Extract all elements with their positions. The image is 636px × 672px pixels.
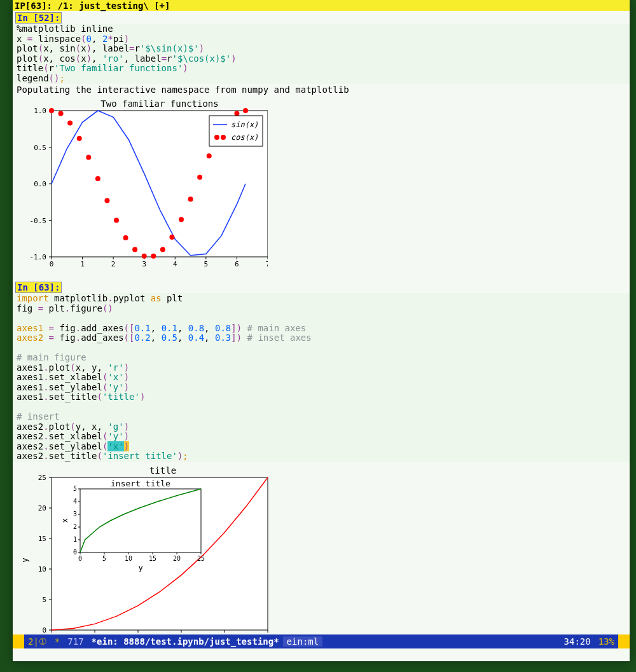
- svg-text:10: 10: [125, 555, 132, 562]
- cell-1: In [52]: %matplotlib inline x = linspace…: [13, 12, 630, 278]
- svg-text:25: 25: [197, 555, 205, 562]
- svg-text:4: 4: [73, 498, 77, 505]
- svg-text:0.0: 0.0: [34, 180, 46, 188]
- svg-text:5: 5: [73, 485, 77, 492]
- statusbar: 2|① * 717 *ein: 8888/test.ipynb/just_tes…: [13, 634, 630, 648]
- statusbar-position: 34:20: [560, 636, 595, 647]
- chart-1: Two familiar functions -1.0-0.50.00.51.0…: [13, 95, 630, 278]
- cell-1-prompt: In [52]:: [15, 12, 62, 24]
- svg-text:20: 20: [38, 504, 46, 512]
- svg-point-38: [142, 254, 147, 259]
- svg-text:-1.0: -1.0: [30, 253, 47, 261]
- svg-text:y: y: [138, 563, 142, 572]
- statusbar-number: 717: [64, 636, 87, 647]
- svg-point-53: [214, 135, 219, 140]
- statusbar-buffer[interactable]: *ein: 8888/test.ipynb/just_testing*: [88, 636, 283, 647]
- svg-point-28: [49, 108, 54, 113]
- statusbar-star: *: [51, 636, 64, 647]
- document-area[interactable]: In [52]: %matplotlib inline x = linspace…: [13, 11, 630, 634]
- svg-point-36: [123, 235, 128, 240]
- svg-text:2: 2: [111, 260, 116, 268]
- cell-2-code[interactable]: import matplotlib.pyplot as plt fig = pl…: [13, 293, 630, 462]
- statusbar-percent: 13%: [595, 636, 618, 647]
- svg-text:15: 15: [38, 535, 46, 543]
- svg-text:3: 3: [142, 260, 146, 268]
- svg-point-49: [243, 108, 248, 113]
- svg-point-54: [221, 135, 226, 140]
- svg-text:5: 5: [204, 260, 209, 268]
- svg-text:Two familiar functions: Two familiar functions: [100, 99, 218, 109]
- svg-text:6: 6: [235, 260, 239, 268]
- svg-point-44: [197, 175, 202, 180]
- svg-text:y: y: [20, 557, 29, 562]
- svg-text:2: 2: [73, 523, 77, 530]
- statusbar-mode: ein:ml: [283, 636, 323, 647]
- svg-point-29: [59, 111, 64, 116]
- svg-text:25: 25: [38, 474, 46, 482]
- svg-text:0: 0: [73, 549, 77, 556]
- svg-text:0: 0: [78, 555, 82, 562]
- svg-point-39: [151, 254, 156, 259]
- svg-text:5: 5: [102, 555, 106, 562]
- titlebar-workspace: /1:: [57, 1, 73, 11]
- svg-text:cos(x): cos(x): [231, 133, 258, 142]
- statusbar-indicator-right: [618, 634, 630, 648]
- svg-point-43: [188, 196, 193, 202]
- cursor-region: 'x': [107, 441, 123, 451]
- svg-point-30: [67, 121, 73, 126]
- svg-text:7: 7: [266, 260, 268, 268]
- svg-text:1.0: 1.0: [34, 107, 46, 115]
- svg-point-35: [114, 218, 119, 223]
- svg-text:insert title: insert title: [111, 479, 170, 488]
- cell-2: In [63]: import matplotlib.pyplot as plt…: [13, 282, 630, 634]
- titlebar-prefix: IP[63]:: [15, 1, 52, 11]
- svg-text:10: 10: [38, 565, 46, 573]
- cell-2-prompt: In [63]:: [15, 282, 62, 293]
- chart-2: title 0510152025012345 x y insert title …: [13, 462, 630, 635]
- svg-text:0: 0: [50, 260, 54, 268]
- svg-point-32: [86, 155, 91, 160]
- svg-text:20: 20: [173, 555, 181, 562]
- statusbar-indicator-left: [13, 634, 24, 648]
- statusbar-workspace-icons[interactable]: 2|①: [24, 636, 51, 647]
- window-titlebar: IP[63]: /1: just_testing\ [+]: [13, 0, 630, 11]
- svg-point-37: [132, 247, 137, 252]
- editor-frame: IP[63]: /1: just_testing\ [+] In [52]: %…: [13, 0, 630, 661]
- svg-point-45: [207, 153, 212, 158]
- svg-point-48: [234, 111, 239, 116]
- svg-text:4: 4: [173, 260, 177, 268]
- svg-point-34: [104, 198, 109, 203]
- svg-rect-85: [80, 489, 201, 552]
- svg-text:1: 1: [73, 536, 77, 543]
- svg-text:0: 0: [42, 626, 46, 634]
- svg-point-33: [95, 176, 100, 181]
- svg-text:sin(x): sin(x): [231, 120, 258, 129]
- cell-1-output-text: Populating the interactive namespace fro…: [13, 84, 630, 95]
- svg-point-31: [77, 136, 82, 141]
- svg-point-40: [160, 247, 165, 252]
- minibuffer[interactable]: [13, 648, 630, 661]
- svg-text:title: title: [149, 465, 176, 476]
- svg-text:15: 15: [149, 555, 156, 562]
- svg-text:1: 1: [80, 260, 85, 268]
- svg-text:5: 5: [42, 596, 46, 604]
- svg-point-42: [179, 217, 184, 222]
- cursor: ): [124, 441, 129, 451]
- svg-text:0.5: 0.5: [34, 144, 46, 152]
- cell-1-code[interactable]: %matplotlib inline x = linspace(0, 2*pi)…: [13, 24, 630, 84]
- svg-text:3: 3: [73, 511, 77, 518]
- svg-text:x: x: [60, 518, 69, 523]
- titlebar-buffer-name: just_testing\ [+]: [79, 1, 170, 11]
- svg-text:-0.5: -0.5: [30, 217, 47, 225]
- svg-point-41: [169, 235, 174, 240]
